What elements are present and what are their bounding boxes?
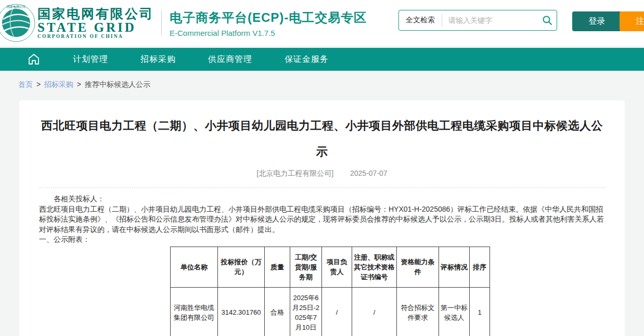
breadcrumb-separator: > [77,80,81,88]
nav-item-plan-management[interactable]: 计划管理 [73,54,108,65]
announcement-body-text: 西北旺项目电力工程（二期）、小井项目幼儿园电力工程、小井项目外部供电工程电缆采购… [39,204,605,235]
publish-date: 2025-07-07 [350,169,388,177]
bid-candidates-table: 单位名称 投标报价（万元） 质量 工期/交货期/服务期 项目负责人 注册、职称或… [170,247,490,336]
cell-rank: 1 [470,287,490,336]
platform-title: 电子商务平台(ECP)-电工交易专区 [170,9,367,26]
cell-evaluation: 第一中标候选人 [439,287,470,336]
col-header-bid-price: 投标报价（万元） [218,247,265,287]
logo-company-name-sub: CORPORATION OF CHINA [37,34,154,39]
logo-ring-text: 国家电网公司 [7,5,25,9]
page-title: 西北旺项目电力工程（二期）、小井项目幼儿园电力工程、小井项目外部供电工程电缆采购… [39,113,605,165]
publisher-name: [北京电力工程有限公司] [256,169,333,177]
state-grid-globe-icon: 国家电网公司 [0,4,35,42]
col-header-evaluation: 评标情况 [439,247,470,287]
cell-project-leader: / [322,287,352,336]
logo-company-name-en: STATE GRID [37,21,154,34]
col-header-project-leader: 项目负责人 [322,247,352,287]
search-scope-selector[interactable]: 全文检索 [399,16,442,25]
main-nav: 计划管理 招标采购 供应商管理 保证金服务 [0,48,644,71]
cell-qualification: 符合招标文件要求 [397,287,439,336]
cell-bid-price: 3142.301760 [218,287,265,336]
article-meta: [北京电力工程有限公司] 2025-07-07 [39,169,605,178]
page-header: 国家电网公司 国家电网有限公司 STATE GRID CORPORATION O… [0,0,644,46]
cell-duration: 2025年6月25日-2025年7月10日 [290,287,322,336]
cell-certificate: / [352,287,397,336]
breadcrumb-home-link[interactable]: 首页 [18,80,33,88]
search-input[interactable] [442,16,538,24]
col-header-rank: 排序 [470,247,490,287]
col-header-certificate: 注册、职称或其它技术资格证书编号 [352,247,397,287]
cell-company: 河南胜华电缆集团有限公司 [171,287,218,336]
col-header-quality: 质量 [265,247,290,287]
article-body: 各相关投标人： 西北旺项目电力工程（二期）、小井项目幼儿园电力工程、小井项目外部… [39,194,605,245]
col-header-company: 单位名称 [171,247,218,287]
nav-item-bidding-procurement[interactable]: 招标采购 [140,54,176,65]
search-icon[interactable] [538,15,557,25]
header-divider [161,10,162,35]
breadcrumb-bidding-link[interactable]: 招标采购 [44,80,73,88]
breadcrumb-current-page: 推荐中标候选人公示 [85,80,150,88]
breadcrumb: 首页 > 招标采购 > 推荐中标候选人公示 [18,80,644,89]
col-header-qualification: 资格能力条件 [397,247,439,287]
search-box: 全文检索 [398,10,557,31]
salutation-text: 各相关投标人： [39,194,605,204]
nav-item-deposit-service[interactable]: 保证金服务 [285,54,329,65]
platform-title-block: 电子商务平台(ECP)-电工交易专区 E-Commercial Platform… [170,8,367,37]
platform-subtitle: E-Commercial Platform V1.7.5 [170,29,367,37]
table-row: 河南胜华电缆集团有限公司 3142.301760 合格 2025年6月25日-2… [171,287,490,336]
logo-text: 国家电网有限公司 STATE GRID CORPORATION OF CHINA [37,7,154,40]
state-grid-logo: 国家电网公司 国家电网有限公司 STATE GRID CORPORATION O… [0,4,154,42]
nav-item-supplier-management[interactable]: 供应商管理 [208,54,252,65]
table-header-row: 单位名称 投标报价（万元） 质量 工期/交货期/服务期 项目负责人 注册、职称或… [171,247,490,287]
logo-company-name-cn: 国家电网有限公司 [37,7,154,21]
login-button[interactable]: 登录 [572,11,622,31]
house-icon [27,53,41,66]
col-header-duration: 工期/交货期/服务期 [290,247,322,287]
section-label: 一、公示附表： [39,235,605,245]
breadcrumb-separator: > [36,80,41,88]
divider [39,187,605,188]
announcement-card: 西北旺项目电力工程（二期）、小井项目幼儿园电力工程、小井项目外部供电工程电缆采购… [19,100,625,336]
cell-quality: 合格 [265,287,290,336]
register-button[interactable]: 注册 [620,11,644,31]
nav-home-button[interactable] [27,53,41,66]
